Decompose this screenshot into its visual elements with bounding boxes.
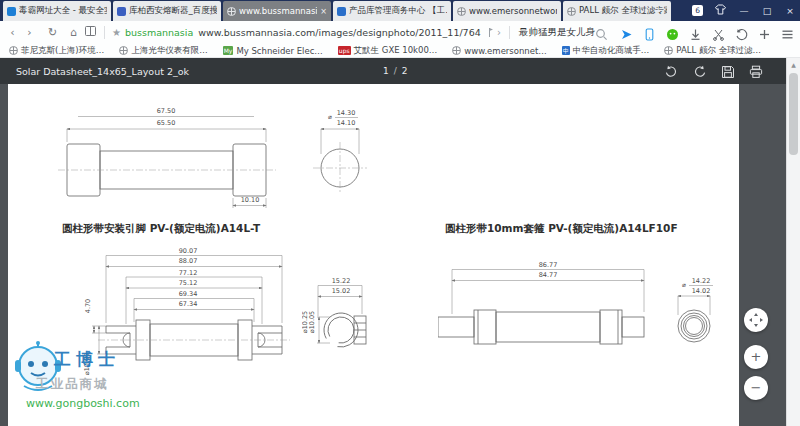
zoom-in-button[interactable]: + — [744, 345, 768, 369]
dim-clip-width-min: 15.02 — [332, 287, 351, 295]
share-send-icon[interactable] — [620, 26, 633, 39]
globe-favicon-icon — [227, 7, 236, 16]
zoom-out-button[interactable]: − — [744, 376, 768, 400]
app-favicon-icon — [337, 7, 346, 16]
bookmark-zhonghua-auto[interactable]: 中中华自动化商城手… — [562, 45, 650, 57]
watermark-url: www.gongboshi.com — [26, 397, 140, 410]
dim-overall-min: 88.07 — [179, 257, 198, 265]
divider — [509, 26, 510, 39]
tab-duba-home[interactable]: 毒霸网址大全 - 最安全实… — [3, 1, 111, 21]
tab-title: 产品库管理商务中心 【工… — [349, 5, 447, 17]
tab-baidu-search[interactable]: 库柏西安熔断器_百度搜索 — [113, 1, 221, 21]
bookmark-pall[interactable]: PALL 颇尔 全球过滤… — [664, 45, 761, 57]
figure-fuse-top-side-view: 67.50 65.50 10.10 — [58, 104, 288, 212]
globe-icon — [452, 46, 461, 55]
forward-button[interactable]: › — [21, 26, 38, 39]
caption-fuse-with-pins: 圆柱形带安装引脚 PV-(额定电流)A14L-T — [62, 222, 260, 236]
minimize-button[interactable]: — — [738, 6, 750, 16]
add-extension-icon[interactable] — [758, 26, 771, 39]
dim-inner-max: 69.34 — [179, 290, 198, 298]
search-icon[interactable] — [595, 26, 608, 39]
home-button[interactable]: ⌂ — [65, 26, 82, 39]
globe-icon — [9, 46, 18, 55]
fit-to-page-button[interactable] — [744, 308, 768, 332]
url-field[interactable]: www.bussmannasia.com/images/designphoto/… — [198, 27, 481, 38]
pdf-toolbar: Solar Datasheet_14x65_Layout 2_ok 1 / 2 — [0, 58, 786, 84]
bookmark-emerson-gxe[interactable]: ups艾默生 GXE 10k00… — [338, 45, 438, 57]
pin-icon[interactable] — [485, 23, 494, 42]
dim-length-min: 84.77 — [539, 271, 558, 279]
tab-title: 库柏西安熔断器_百度搜索 — [129, 5, 217, 17]
window-controls: + 6 — □ × — [653, 0, 796, 21]
caption-fuse-with-ferrule: 圆柱形带10mm套箍 PV-(额定电流)A14LF10F — [445, 222, 678, 236]
tab-close-icon[interactable]: × — [320, 7, 327, 16]
browser-window: 毒霸网址大全 - 最安全实… 库柏西安熔断器_百度搜索 www.bussmann… — [0, 0, 800, 426]
bookmarks-bar: 菲尼克斯(上海)环境… 上海光华仪表有限… MyMy Schneider Ele… — [0, 44, 800, 58]
rotate-cw-icon[interactable] — [693, 64, 707, 78]
page-divider: / — [394, 66, 397, 76]
print-icon[interactable] — [749, 64, 763, 78]
watermark-subtitle: 工业品商城 — [36, 376, 109, 393]
dim-mid-min: 75.12 — [179, 279, 198, 287]
zhonghua-icon: 中 — [562, 46, 570, 55]
refresh-button[interactable]: ↻ — [44, 26, 61, 39]
dim-dia-min: 14.02 — [692, 287, 711, 295]
watermark-brand: 工博士 — [54, 348, 120, 371]
tab-emerson[interactable]: www.emersonnetworkp… — [453, 1, 561, 21]
dim-length-max: 86.77 — [539, 261, 558, 269]
dim-pin-thickness: 4.70 — [84, 299, 92, 313]
scroll-up-icon[interactable]: ▲ — [787, 58, 800, 71]
globe-favicon-icon — [457, 7, 466, 16]
screenshot-scissors-icon[interactable] — [712, 26, 725, 39]
dim-cap-length: 10.10 — [241, 196, 260, 204]
history-undo-icon[interactable] — [735, 26, 748, 39]
skin-theme-icon[interactable] — [714, 1, 727, 20]
pdf-document-title: Solar Datasheet_14x65_Layout 2_ok — [16, 66, 189, 77]
scrollbar-thumb[interactable] — [789, 73, 798, 155]
close-button[interactable]: × — [784, 6, 796, 16]
tab-bussmannasia-active[interactable]: www.bussmannasia.co… × — [223, 1, 331, 21]
dim-overall-max: 90.07 — [179, 247, 198, 255]
tab-product-center[interactable]: 产品库管理商务中心 【工… — [333, 1, 451, 21]
ups-icon: ups — [338, 46, 351, 55]
bookmark-phoenix[interactable]: 菲尼克斯(上海)环境… — [9, 45, 104, 57]
dim-clip-width-max: 15.22 — [332, 277, 351, 285]
tab-title: www.emersonnetworkp… — [469, 6, 557, 16]
tab-bar: 毒霸网址大全 - 最安全实… 库柏西安熔断器_百度搜索 www.bussmann… — [0, 0, 800, 21]
baidu-favicon-icon — [117, 7, 126, 16]
vertical-scrollbar[interactable]: ▲ — [786, 58, 800, 426]
new-tab-button[interactable]: + — [653, 4, 663, 18]
search-input[interactable]: 最帅猛男是女儿身 — [519, 26, 595, 39]
diameter-symbol: ⌀ — [328, 113, 332, 121]
divider — [104, 26, 105, 39]
wechat-icon[interactable] — [666, 26, 679, 39]
globe-favicon-icon — [567, 7, 576, 16]
dim-mid-max: 77.12 — [179, 269, 198, 277]
rotate-ccw-icon[interactable] — [664, 64, 678, 78]
page-current[interactable]: 1 — [383, 66, 389, 76]
site-label: bussmannasia — [125, 27, 193, 38]
restore-button[interactable]: □ — [761, 6, 773, 16]
download-count-badge[interactable]: 6 — [692, 5, 703, 16]
dim-clip-dia-min: ⌀10.05 — [308, 311, 316, 334]
dim-dia-min: 14.10 — [337, 119, 356, 127]
url-expand-chevron-icon[interactable]: › — [497, 27, 501, 38]
bookmark-emersonnet[interactable]: www.emersonnet… — [452, 46, 546, 56]
save-icon[interactable] — [721, 64, 735, 78]
tab-title: 毒霸网址大全 - 最安全实… — [19, 5, 107, 17]
bookmark-schneider[interactable]: MyMy Schneider Elec… — [223, 46, 323, 56]
reader-mode-icon[interactable] — [82, 26, 99, 39]
dim-length-max: 67.50 — [157, 107, 176, 115]
menu-hamburger-icon[interactable] — [781, 26, 794, 39]
tab-strip: 毒霸网址大全 - 最安全实… 库柏西安熔断器_百度搜索 www.bussmann… — [2, 0, 672, 21]
bookmark-guanghua[interactable]: 上海光华仪表有限… — [119, 45, 208, 57]
bookmark-star-icon[interactable]: ★ — [112, 27, 121, 38]
pdf-page: 67.50 65.50 10.10 ⌀ 14.30 — [8, 84, 739, 426]
gongboshi-watermark: 工博士 工业品商城 www.gongboshi.com — [8, 336, 173, 422]
download-icon[interactable] — [689, 26, 702, 39]
figure-end-view-bottom: ⌀ 14.22 14.02 — [663, 275, 723, 351]
back-button[interactable]: ‹ — [4, 26, 21, 39]
mobile-sync-icon[interactable] — [643, 26, 656, 39]
figure-end-view-top: ⌀ 14.30 14.10 — [303, 106, 418, 196]
page-total: 2 — [402, 66, 408, 76]
